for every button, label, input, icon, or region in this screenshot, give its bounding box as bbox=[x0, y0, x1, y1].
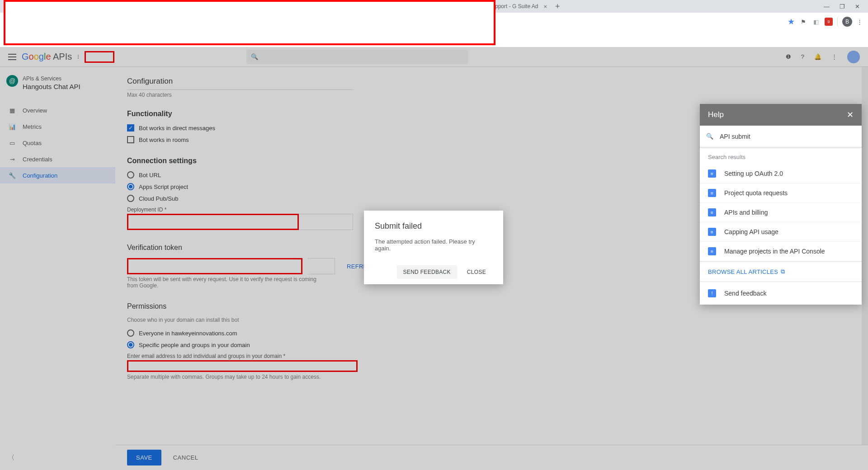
help-search[interactable]: 🔍 bbox=[700, 126, 862, 147]
help-title: Help bbox=[708, 110, 724, 119]
doc-icon: ≡ bbox=[708, 247, 716, 255]
doc-icon: ≡ bbox=[708, 208, 716, 216]
help-result-label: Manage projects in the API Console bbox=[724, 248, 825, 255]
external-link-icon: ⧉ bbox=[781, 268, 785, 275]
doc-icon: ≡ bbox=[708, 228, 716, 236]
doc-icon: ≡ bbox=[708, 169, 716, 178]
send-feedback-label: Send feedback bbox=[724, 290, 766, 297]
divider bbox=[837, 17, 838, 26]
redacted-region bbox=[4, 0, 495, 45]
minimize-icon[interactable]: — bbox=[824, 3, 830, 10]
search-results-label: Search results bbox=[700, 147, 862, 164]
search-icon: 🔍 bbox=[706, 133, 713, 140]
help-result[interactable]: ≡Setting up OAuth 2.0 bbox=[700, 164, 862, 183]
maximize-icon[interactable]: ❐ bbox=[840, 3, 845, 10]
browse-all-articles[interactable]: BROWSE ALL ARTICLES⧉ bbox=[700, 261, 862, 282]
extension-icon[interactable]: ◧ bbox=[812, 18, 820, 26]
doc-icon: ≡ bbox=[708, 189, 716, 197]
dialog-body: The attempted action failed. Please try … bbox=[375, 238, 492, 252]
adblock-badge-icon[interactable]: 9 bbox=[825, 18, 833, 26]
window-close-icon[interactable]: ✕ bbox=[855, 3, 860, 10]
kebab-menu-icon[interactable]: ⋮ bbox=[857, 19, 863, 25]
extension-icon[interactable]: ⚑ bbox=[799, 18, 807, 26]
help-result[interactable]: ≡Project quota requests bbox=[700, 183, 862, 203]
new-tab-button[interactable]: + bbox=[551, 1, 565, 12]
send-feedback-button[interactable]: SEND FEEDBACK bbox=[397, 265, 457, 279]
help-result-label: Capping API usage bbox=[724, 228, 778, 235]
feedback-icon: ! bbox=[708, 289, 716, 297]
close-icon[interactable]: ✕ bbox=[847, 110, 854, 120]
dialog-title: Submit failed bbox=[375, 221, 492, 231]
help-result[interactable]: ≡Capping API usage bbox=[700, 222, 862, 242]
profile-avatar[interactable]: B bbox=[842, 17, 852, 27]
help-result[interactable]: ≡Manage projects in the API Console bbox=[700, 242, 862, 261]
help-result-label: Setting up OAuth 2.0 bbox=[724, 170, 783, 177]
help-result-label: APIs and billing bbox=[724, 209, 768, 216]
help-panel: Help ✕ 🔍 Search results ≡Setting up OAut… bbox=[700, 104, 862, 305]
submit-failed-dialog: Submit failed The attempted action faile… bbox=[364, 211, 503, 284]
close-button[interactable]: CLOSE bbox=[461, 265, 492, 279]
help-result[interactable]: ≡APIs and billing bbox=[700, 203, 862, 222]
help-search-input[interactable] bbox=[720, 133, 855, 140]
send-feedback-item[interactable]: !Send feedback bbox=[700, 282, 862, 305]
close-icon[interactable]: × bbox=[543, 3, 547, 10]
bookmark-star-icon[interactable]: ★ bbox=[788, 17, 795, 27]
help-result-label: Project quota requests bbox=[724, 189, 788, 197]
